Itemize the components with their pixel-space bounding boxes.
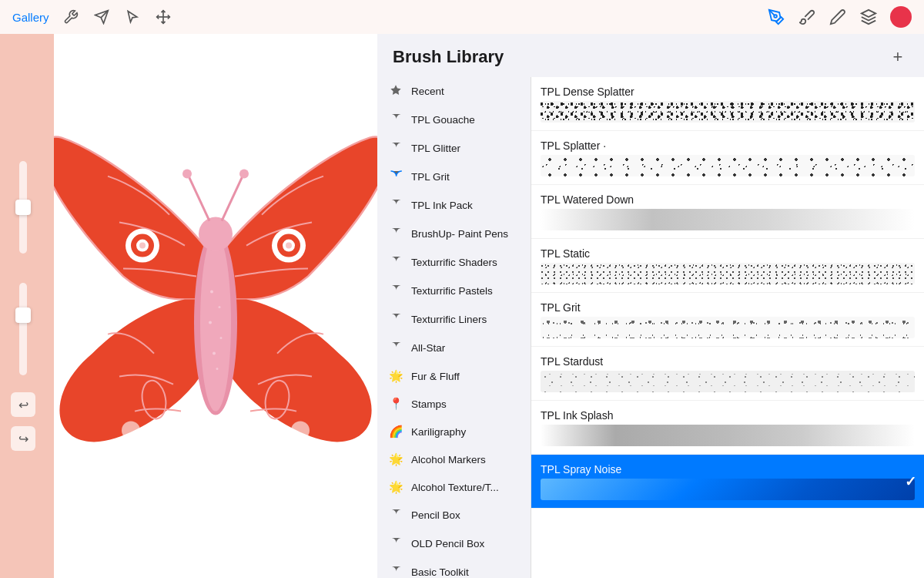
svg-point-18 [210, 291, 213, 294]
category-item-alcohol-texture[interactable]: 🌟Alcohol Texture/T... [377, 473, 531, 501]
color-swatch[interactable] [890, 6, 912, 28]
category-item-brushup-paint-pens[interactable]: BrushUp- Paint Pens [377, 220, 531, 248]
transform-icon[interactable] [154, 8, 172, 26]
category-item-tpl-glitter[interactable]: TPL Glitter [377, 134, 531, 163]
opacity-thumb[interactable] [15, 307, 31, 323]
svg-point-22 [213, 352, 216, 355]
category-label-fur-fluff: Fur & Fluff [411, 371, 460, 382]
category-item-tpl-gouache[interactable]: TPL Gouache [377, 106, 531, 134]
brush-name-tpl-splatter: TPL Splatter · [541, 139, 915, 152]
brush-item-tpl-dense-splatter[interactable]: TPL Dense Splatter [531, 77, 924, 131]
category-item-texturrific-liners[interactable]: Texturrific Liners [377, 305, 531, 334]
svg-point-28 [239, 170, 249, 179]
category-item-basic-toolkit[interactable]: Basic Toolkit [377, 558, 531, 578]
pen-tool-icon[interactable] [767, 8, 785, 26]
category-item-old-pencil-box[interactable]: OLD Pencil Box [377, 529, 531, 558]
toolbar-left: Gallery [12, 8, 172, 26]
category-icon-tpl-glitter [388, 141, 403, 156]
brush-item-tpl-splatter[interactable]: TPL Splatter · [531, 131, 924, 185]
category-label-tpl-gouache: TPL Gouache [411, 114, 475, 126]
brush-item-tpl-spray-noise[interactable]: TPL Spray Noise ✓ [531, 455, 924, 509]
brush-preview-tpl-stardust [541, 371, 915, 392]
brush-preview-tpl-spray-noise [541, 479, 915, 500]
category-icon-alcohol-texture: 🌟 [388, 480, 403, 494]
gallery-button[interactable]: Gallery [12, 11, 49, 24]
toolbar-right [767, 6, 912, 28]
redo-button[interactable]: ↪ [11, 426, 35, 451]
category-item-tpl-grit[interactable]: TPL Grit [377, 163, 531, 191]
brush-tool-icon[interactable] [798, 8, 816, 26]
category-icon-texturrific-pastels [388, 284, 403, 298]
category-item-fur-fluff[interactable]: 🌟Fur & Fluff [377, 362, 531, 390]
category-label-alcohol-markers: Alcohol Markers [411, 454, 486, 465]
category-label-texturrific-liners: Texturrific Liners [411, 314, 487, 325]
category-item-recent[interactable]: Recent [377, 77, 531, 106]
pencil-tool-icon[interactable] [829, 8, 847, 26]
svg-point-24 [199, 217, 233, 251]
brush-name-tpl-static: TPL Static [541, 247, 915, 260]
category-icon-basic-toolkit [388, 565, 403, 578]
brush-panel-title: Brush Library [393, 47, 504, 67]
svg-marker-29 [390, 85, 400, 95]
brush-preview-tpl-watered-down [541, 209, 915, 230]
category-icon-recent [388, 84, 403, 99]
svg-point-21 [220, 337, 223, 339]
category-icon-brushup-paint-pens [388, 227, 403, 241]
category-icon-kariligraphy: 🌈 [388, 425, 403, 439]
category-label-tpl-glitter: TPL Glitter [411, 143, 460, 154]
brush-preview-tpl-dense-splatter [541, 101, 915, 123]
undo-button[interactable]: ↩ [11, 392, 35, 417]
category-item-stamps[interactable]: 📍Stamps [377, 390, 531, 418]
category-item-tpl-ink-pack[interactable]: TPL Ink Pack [377, 191, 531, 220]
category-item-all-star[interactable]: All-Star [377, 334, 531, 362]
category-label-all-star: All-Star [411, 342, 445, 354]
opacity-slider[interactable] [19, 283, 27, 375]
category-item-kariligraphy[interactable]: 🌈Kariligraphy [377, 418, 531, 445]
brush-item-tpl-stardust[interactable]: TPL Stardust [531, 347, 924, 401]
brush-size-thumb[interactable] [15, 200, 31, 215]
wrench-icon[interactable] [62, 8, 80, 26]
category-item-texturrific-shaders[interactable]: Texturrific Shaders [377, 248, 531, 277]
category-label-basic-toolkit: Basic Toolkit [411, 566, 469, 578]
brush-size-slider[interactable] [19, 161, 27, 254]
add-brush-button[interactable]: + [887, 46, 909, 68]
category-list: Recent TPL Gouache TPL Glitter TPL Grit … [377, 77, 531, 578]
svg-point-15 [291, 422, 310, 440]
brush-preview-tpl-static [541, 263, 915, 284]
category-icon-pencil-box [388, 508, 403, 523]
category-item-alcohol-markers[interactable]: 🌟Alcohol Markers [377, 445, 531, 473]
category-label-stamps: Stamps [411, 398, 447, 410]
svg-point-7 [139, 243, 146, 249]
brush-name-tpl-stardust: TPL Stardust [541, 355, 915, 368]
brush-selected-check: ✓ [905, 473, 916, 490]
category-icon-tpl-grit [388, 170, 403, 184]
svg-line-25 [189, 176, 209, 221]
magic-wand-icon[interactable] [92, 8, 111, 26]
brush-name-tpl-ink-splash: TPL Ink Splash [541, 409, 915, 422]
layers-icon[interactable] [859, 8, 878, 26]
brush-name-tpl-grit: TPL Grit [541, 301, 915, 314]
butterfly-artwork [54, 92, 377, 539]
svg-point-2 [774, 15, 777, 18]
brush-item-tpl-grit[interactable]: TPL Grit [531, 293, 924, 347]
category-icon-tpl-gouache [388, 113, 403, 127]
category-item-texturrific-pastels[interactable]: Texturrific Pastels [377, 277, 531, 305]
brush-item-tpl-static[interactable]: TPL Static [531, 239, 924, 293]
category-icon-texturrific-shaders [388, 255, 403, 270]
svg-point-11 [286, 243, 292, 249]
svg-point-26 [182, 170, 192, 179]
brush-panel-content: Recent TPL Gouache TPL Glitter TPL Grit … [377, 77, 924, 578]
brush-item-tpl-ink-splash[interactable]: TPL Ink Splash [531, 401, 924, 455]
brush-item-tpl-watered-down[interactable]: TPL Watered Down [531, 185, 924, 239]
brush-name-tpl-watered-down: TPL Watered Down [541, 193, 915, 206]
category-icon-alcohol-markers: 🌟 [388, 452, 403, 466]
category-item-pencil-box[interactable]: Pencil Box [377, 501, 531, 529]
brush-panel-header: Brush Library + [377, 34, 924, 77]
category-label-kariligraphy: Kariligraphy [411, 426, 466, 438]
category-label-old-pencil-box: OLD Pencil Box [411, 538, 484, 549]
category-icon-old-pencil-box [388, 536, 403, 551]
selection-icon[interactable] [123, 8, 142, 26]
category-icon-stamps: 📍 [388, 397, 403, 411]
category-icon-all-star [388, 341, 403, 355]
brush-list: TPL Dense Splatter TPL Splatter · TPL Wa… [531, 77, 924, 578]
